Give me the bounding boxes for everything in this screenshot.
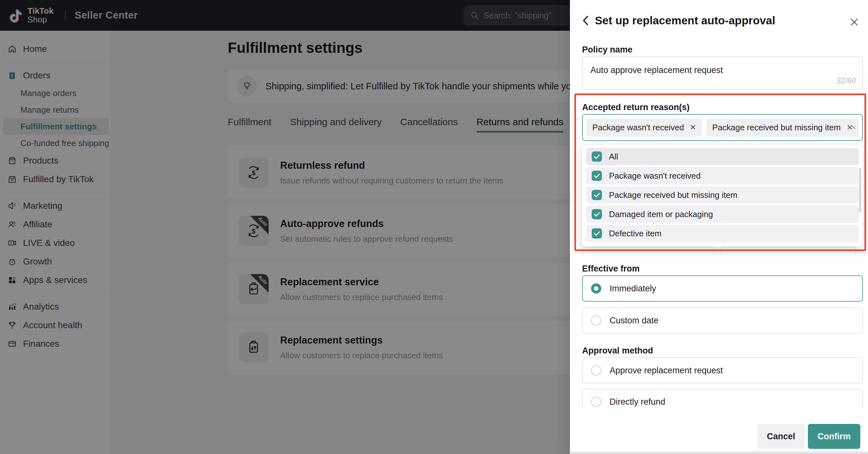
dropdown-option-defective-item[interactable]: Defective item: [586, 225, 859, 242]
effective-from-label: Effective from: [582, 264, 640, 274]
confirm-button[interactable]: Confirm: [808, 424, 860, 449]
obscured-field-left: [582, 247, 714, 255]
reason-tag: Package received but missing item ✕: [707, 118, 859, 137]
panel-bottom-fade: [570, 450, 868, 454]
dropdown-scrollbar[interactable]: [859, 168, 861, 212]
remove-tag-icon[interactable]: ✕: [690, 123, 696, 132]
panel-header: Set up replacement auto-approval: [582, 14, 775, 27]
checkbox-checked-icon[interactable]: [592, 171, 602, 181]
option-approve-replacement-request[interactable]: Approve replacement request: [582, 357, 863, 384]
approval-method-label: Approval method: [582, 346, 653, 356]
radio-selected-icon[interactable]: [591, 283, 601, 293]
policy-name-label: Policy name: [582, 45, 632, 55]
close-icon[interactable]: [849, 17, 859, 27]
replacement-auto-approval-panel: Set up replacement auto-approval Policy …: [570, 0, 868, 454]
chevron-up-icon[interactable]: [847, 124, 856, 130]
radio-unselected-icon[interactable]: [591, 397, 601, 407]
panel-title: Set up replacement auto-approval: [595, 14, 775, 27]
policy-name-input[interactable]: Auto approve replacement request 32/60: [582, 56, 863, 90]
checkbox-checked-icon[interactable]: [592, 151, 602, 162]
dropdown-option-package-wasnt-received[interactable]: Package wasn't received: [586, 167, 859, 185]
obscured-field-right: [721, 247, 856, 255]
cancel-button[interactable]: Cancel: [757, 424, 805, 449]
accepted-return-reasons-label: Accepted return reason(s): [582, 103, 689, 112]
return-reasons-dropdown: All Package wasn't received Package rece…: [582, 145, 863, 247]
policy-name-value: Auto approve replacement request: [590, 65, 723, 75]
return-reasons-multiselect[interactable]: Package wasn't received ✕ Package receiv…: [582, 114, 863, 141]
modal-dim-overlay[interactable]: [0, 0, 570, 454]
char-counter: 32/60: [837, 76, 856, 85]
radio-unselected-icon[interactable]: [591, 365, 601, 375]
dropdown-option-all[interactable]: All: [586, 148, 859, 165]
dropdown-option-package-received-but-missing-item[interactable]: Package received but missing item: [586, 186, 859, 204]
checkbox-checked-icon[interactable]: [592, 228, 602, 238]
radio-unselected-icon[interactable]: [591, 315, 601, 325]
app-root: TikTok Shop Seller Center Search: "shipp…: [0, 0, 868, 454]
panel-footer: Cancel Confirm: [570, 407, 868, 454]
dropdown-option-damaged-item-or-packaging[interactable]: Damaged item or packaging: [586, 205, 859, 223]
checkbox-checked-icon[interactable]: [592, 190, 602, 200]
option-immediately[interactable]: Immediately: [582, 275, 863, 302]
back-chevron-icon[interactable]: [582, 15, 589, 26]
option-custom-date[interactable]: Custom date: [582, 307, 863, 334]
checkbox-checked-icon[interactable]: [592, 209, 602, 219]
reason-tag: Package wasn't received ✕: [587, 118, 702, 137]
